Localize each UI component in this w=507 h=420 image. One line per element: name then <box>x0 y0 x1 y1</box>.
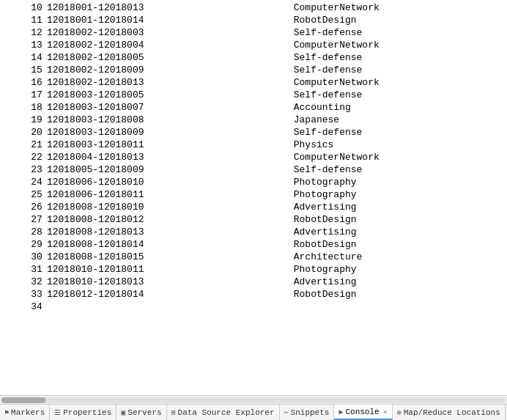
data-table: 1012018001-12018013ComputerNetwork111201… <box>3 1 504 313</box>
table-row: 3212018010-12018013Advertising <box>3 276 504 288</box>
row-number: 20 <box>3 126 44 139</box>
row-id: 12018003-12018007 <box>44 101 291 114</box>
row-id: 12018008-12018012 <box>44 213 291 226</box>
table-row: 1012018001-12018013ComputerNetwork <box>3 1 504 14</box>
row-number: 30 <box>3 251 44 263</box>
row-number: 11 <box>3 14 44 26</box>
horizontal-scrollbar[interactable] <box>0 395 507 404</box>
row-number: 34 <box>3 301 44 313</box>
row-number: 17 <box>3 89 44 101</box>
row-id: 12018008-12018015 <box>44 251 291 263</box>
console-icon: ▶ <box>338 408 343 416</box>
row-id: 12018002-12018009 <box>44 64 291 76</box>
row-id: 12018003-12018008 <box>44 114 291 126</box>
row-number: 15 <box>3 64 44 76</box>
row-id: 12018004-12018013 <box>44 151 291 163</box>
row-subject: Self-defense <box>291 163 504 176</box>
row-subject: ComputerNetwork <box>291 151 504 163</box>
row-number: 12 <box>3 26 44 39</box>
table-row: 1512018002-12018009Self-defense <box>3 64 504 76</box>
row-subject: ComputerNetwork <box>291 1 504 14</box>
table-row: 2612018008-12018010Advertising <box>3 201 504 213</box>
table-row: 1812018003-12018007Accounting <box>3 101 504 114</box>
row-id: 12018002-12018013 <box>44 76 291 89</box>
row-number: 29 <box>3 238 44 251</box>
row-subject: Photography <box>291 263 504 276</box>
table-row: 2212018004-12018013ComputerNetwork <box>3 151 504 163</box>
row-subject: Self-defense <box>291 64 504 76</box>
tab-properties[interactable]: ☰ Properties <box>50 405 116 420</box>
row-number: 26 <box>3 201 44 213</box>
row-id: 12018008-12018010 <box>44 201 291 213</box>
tab-markers[interactable]: ⚑ Markers <box>0 405 50 420</box>
row-subject: Advertising <box>291 226 504 238</box>
table-row: 1112018001-12018014RobotDesign <box>3 14 504 26</box>
row-id: 12018003-12018009 <box>44 126 291 139</box>
tab-map-reduce[interactable]: ⊗ Map/Reduce Locations <box>393 405 506 420</box>
table-row: 2512018006-12018011Photography <box>3 188 504 201</box>
row-subject: ComputerNetwork <box>291 39 504 51</box>
row-subject: Japanese <box>291 114 504 126</box>
row-id: 12018003-12018011 <box>44 139 291 151</box>
row-id: 12018010-12018013 <box>44 276 291 288</box>
row-id: 12018002-12018004 <box>44 39 291 51</box>
row-number: 18 <box>3 101 44 114</box>
row-id: 12018008-12018013 <box>44 226 291 238</box>
row-id: 12018010-12018011 <box>44 263 291 276</box>
tab-datasource-explorer[interactable]: ⊞ Data Source Explorer <box>167 405 280 420</box>
row-subject: Architecture <box>291 251 504 263</box>
row-number: 23 <box>3 163 44 176</box>
tab-snippets[interactable]: ✂ Snippets <box>280 405 335 420</box>
row-number: 31 <box>3 263 44 276</box>
row-subject: Accounting <box>291 101 504 114</box>
row-subject: Advertising <box>291 201 504 213</box>
row-number: 10 <box>3 1 44 14</box>
row-subject <box>291 301 504 313</box>
bottom-tab-bar: ⚑ Markers ☰ Properties ▣ Servers ⊞ Data … <box>0 404 507 420</box>
row-id: 12018001-12018013 <box>44 1 291 14</box>
table-row: 1412018002-12018005Self-defense <box>3 51 504 64</box>
tab-console[interactable]: ▶ Console ✕ <box>334 405 392 420</box>
table-row: 1312018002-12018004ComputerNetwork <box>3 39 504 51</box>
tab-servers-label: Servers <box>127 408 161 417</box>
row-number: 28 <box>3 226 44 238</box>
table-row: 1612018002-12018013ComputerNetwork <box>3 76 504 89</box>
tab-markers-label: Markers <box>11 408 45 417</box>
row-id: 12018005-12018009 <box>44 163 291 176</box>
row-id: 12018006-12018011 <box>44 188 291 201</box>
row-number: 21 <box>3 139 44 151</box>
row-number: 32 <box>3 276 44 288</box>
properties-icon: ☰ <box>54 408 61 417</box>
row-id: 12018003-12018005 <box>44 89 291 101</box>
row-number: 27 <box>3 213 44 226</box>
row-subject: ComputerNetwork <box>291 76 504 89</box>
main-content: 1012018001-12018013ComputerNetwork111201… <box>0 0 507 395</box>
table-row: 2112018003-12018011Physics <box>3 139 504 151</box>
scrollbar-track[interactable] <box>1 397 506 403</box>
tab-servers[interactable]: ▣ Servers <box>116 405 166 420</box>
row-id: 12018008-12018014 <box>44 238 291 251</box>
tab-datasource-label: Data Source Explorer <box>178 408 275 417</box>
row-subject: Physics <box>291 139 504 151</box>
servers-icon: ▣ <box>121 408 125 417</box>
row-number: 16 <box>3 76 44 89</box>
table-row: 1912018003-12018008Japanese <box>3 114 504 126</box>
row-subject: RobotDesign <box>291 288 504 301</box>
row-number: 19 <box>3 114 44 126</box>
row-number: 33 <box>3 288 44 301</box>
tab-console-label: Console <box>345 408 379 416</box>
row-subject: Self-defense <box>291 126 504 139</box>
table-row: 3312018012-12018014RobotDesign <box>3 288 504 301</box>
table-row: 34 <box>3 301 504 313</box>
console-close-icon[interactable]: ✕ <box>383 408 388 416</box>
scrollbar-thumb[interactable] <box>1 397 45 403</box>
row-number: 25 <box>3 188 44 201</box>
row-subject: RobotDesign <box>291 14 504 26</box>
row-subject: Self-defense <box>291 51 504 64</box>
row-subject: Photography <box>291 176 504 188</box>
row-id: 12018001-12018014 <box>44 14 291 26</box>
table-row: 3112018010-12018011Photography <box>3 263 504 276</box>
table-row: 2312018005-12018009Self-defense <box>3 163 504 176</box>
datasource-icon: ⊞ <box>171 408 176 417</box>
table-row: 2912018008-12018014RobotDesign <box>3 238 504 251</box>
